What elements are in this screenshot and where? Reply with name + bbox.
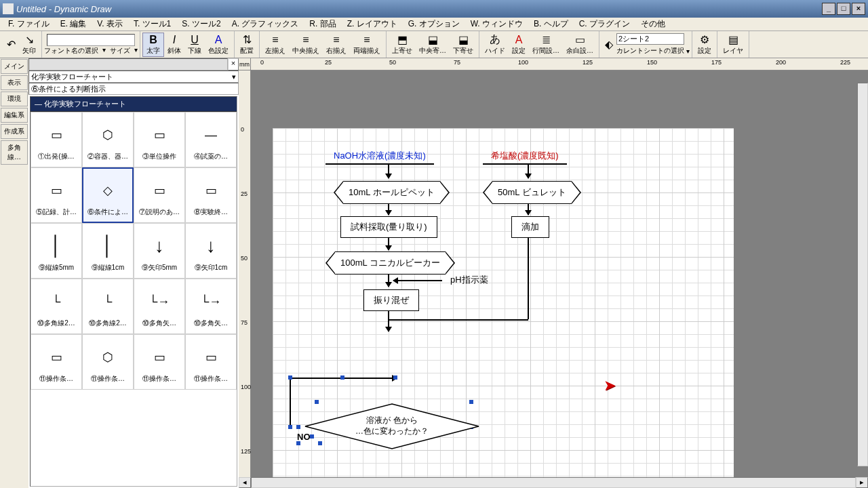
bold-button[interactable]: B太字 — [142, 33, 164, 57]
align-right-button[interactable]: ≡右揃え — [323, 33, 350, 57]
menu-graphics[interactable]: A. グラフィックス — [226, 17, 304, 31]
shape-palette-item[interactable]: ⬡②容器、器… — [82, 112, 134, 167]
shape-palette-item[interactable]: —④試薬の… — [185, 112, 237, 167]
diamond-decision[interactable]: 溶液が 色から…色に変わったか？ — [304, 403, 480, 450]
line-spacing-button[interactable]: ≣行間設… — [529, 33, 563, 57]
hex-burette[interactable]: 50mL ビュレット — [483, 181, 581, 204]
selection-handle[interactable] — [393, 375, 397, 380]
title-bar: Untitled - Dynamic Draw _ □ × — [0, 0, 868, 18]
char-button[interactable]: あハイド — [481, 33, 509, 57]
tab-edit[interactable]: 編集系 — [1, 108, 28, 123]
shape-palette-item[interactable]: ▭⑦説明のあ… — [134, 167, 185, 223]
shape-palette-item[interactable]: ▭⑪操作条… — [134, 334, 185, 390]
horizontal-scrollbar[interactable]: ◂ ▸ — [239, 477, 868, 488]
shape-palette-item[interactable]: ▭⑧実験終… — [185, 167, 237, 223]
font-name-select[interactable] — [47, 34, 135, 46]
hex-beaker[interactable]: 100mL コニカルビーカー — [326, 251, 455, 274]
menu-options[interactable]: G. オプション — [403, 17, 465, 31]
shape-palette-item[interactable]: ↓⑨矢印5mm — [134, 223, 185, 279]
shape-palette-item[interactable]: └⑩多角線2… — [82, 279, 134, 334]
canvas-area: mm 0255075100125150175200225 02550751001… — [239, 58, 868, 488]
menu-tool2[interactable]: S. ツール2 — [176, 17, 226, 31]
align-both-button[interactable]: ≡両端揃え — [350, 33, 384, 57]
hex-pipette[interactable]: 10mL ホールピペット — [334, 181, 450, 204]
tab-env[interactable]: 環境 — [1, 92, 28, 106]
title-hcl[interactable]: 希塩酸(濃度既知) — [483, 148, 567, 165]
shape-palette-item[interactable]: ▭③単位操作 — [134, 112, 185, 167]
maximize-button[interactable]: □ — [837, 3, 850, 15]
line — [388, 319, 528, 321]
menu-window[interactable]: W. ウィンドウ — [465, 17, 528, 31]
layer-button[interactable]: ▤レイヤ — [719, 33, 747, 57]
sheet-settings-button[interactable]: ⚙設定 — [694, 33, 715, 57]
sheet-prev-button[interactable]: ⬖ — [601, 33, 616, 57]
menu-view[interactable]: V. 表示 — [92, 17, 128, 31]
shape-palette-item[interactable]: ⬡⑪操作条… — [82, 334, 134, 390]
box-sample[interactable]: 試料採取(量り取り) — [340, 216, 437, 238]
valign-top-button[interactable]: ⬒上寄せ — [389, 33, 416, 57]
arrow-icon — [388, 163, 389, 178]
font-settings-button[interactable]: A設定 — [509, 33, 529, 57]
tab-main[interactable]: メイン — [1, 59, 28, 74]
title-naoh[interactable]: NaOH水溶液(濃度未知) — [326, 148, 434, 165]
sheet-name-input[interactable]: 2シート2 — [616, 33, 684, 45]
shape-palette-item[interactable]: └→⑩多角矢… — [185, 279, 237, 334]
polyline-segment — [290, 378, 291, 428]
label-no[interactable]: NO — [297, 432, 311, 442]
tool-undo[interactable]: ↶ — [3, 33, 19, 57]
box-mix[interactable]: 振り混ぜ — [363, 289, 419, 311]
shape-palette-item[interactable]: │⑨縦線1cm — [82, 223, 134, 279]
box-drop[interactable]: 滴加 — [511, 216, 549, 238]
align-center-button[interactable]: ≡中央揃え — [289, 33, 323, 57]
tool-arrow[interactable]: ↘矢印 — [19, 33, 39, 57]
label-indicator[interactable]: pH指示薬 — [450, 274, 488, 286]
horizontal-ruler: 0255075100125150175200225 — [251, 58, 868, 70]
shape-palette-item[interactable]: │⑨縦線5mm — [31, 223, 82, 279]
menu-file[interactable]: F. ファイル — [3, 17, 55, 31]
menu-parts[interactable]: R. 部品 — [304, 17, 341, 31]
selection-handle[interactable] — [340, 375, 344, 380]
shape-palette-item[interactable]: ↓⑨矢印1cm — [185, 223, 237, 279]
align-left-button[interactable]: ≡左揃え — [262, 33, 289, 57]
close-button[interactable]: × — [852, 3, 865, 15]
close-panel-button[interactable]: × — [228, 58, 239, 70]
tab-display[interactable]: 表示 — [1, 75, 28, 90]
menu-layout[interactable]: Z. レイアウト — [342, 17, 403, 31]
menu-edit[interactable]: E. 編集 — [55, 17, 92, 31]
selection-handle[interactable] — [288, 425, 292, 429]
shape-palette-item[interactable]: ◇⑥条件によ… — [82, 167, 134, 223]
shape-palette-item[interactable]: ▭⑪操作条… — [185, 334, 237, 390]
shape-palette-item[interactable]: └⑩多角線2… — [31, 279, 82, 334]
subtemplate-label: ⑥条件による判断指示 — [28, 83, 239, 95]
underline-button[interactable]: U下線 — [184, 33, 205, 57]
shape-palette-item[interactable]: └→⑩多角矢… — [134, 279, 185, 334]
selection-handle[interactable] — [288, 375, 292, 380]
zoom-slider[interactable] — [28, 58, 228, 70]
page[interactable]: NaOH水溶液(濃度未知) 希塩酸(濃度既知) 10mL ホールピペット 50m… — [273, 128, 734, 477]
valign-bot-button[interactable]: ⬓下寄せ — [450, 33, 477, 57]
menu-help[interactable]: B. ヘルプ — [528, 17, 574, 31]
italic-button[interactable]: I斜体 — [164, 33, 184, 57]
left-tabs: メイン 表示 環境 編集系 作成系 多角線… — [0, 58, 28, 488]
orient-button[interactable]: ⇅配置 — [237, 33, 257, 57]
arrow-icon — [388, 238, 389, 250]
valign-mid-button[interactable]: ⬓中央寄… — [416, 33, 450, 57]
shape-palette-header[interactable]: — 化学実験フローチャート — [31, 97, 237, 112]
menu-tool1[interactable]: T. ツール1 — [128, 17, 176, 31]
tab-create[interactable]: 作成系 — [1, 124, 28, 139]
canvas[interactable]: NaOH水溶液(濃度未知) 希塩酸(濃度既知) 10mL ホールピペット 50m… — [251, 70, 868, 477]
minimize-button[interactable]: _ — [822, 3, 835, 15]
color-button[interactable]: A色設定 — [205, 33, 232, 57]
menu-plugin[interactable]: C. プラグイン — [574, 17, 635, 31]
shape-palette-item[interactable]: ▭⑤記録、計… — [31, 167, 82, 223]
shape-palette-item[interactable]: ▭①出発(操… — [31, 112, 82, 167]
template-select[interactable]: 化学実験フローチャート▾ — [28, 70, 239, 83]
vertical-scrollbar[interactable] — [857, 83, 868, 466]
shape-palette-item[interactable]: ▭⑪操作条… — [31, 334, 82, 390]
margin-button[interactable]: ▭余白設… — [563, 33, 597, 57]
selection-handle[interactable] — [296, 425, 300, 429]
line — [528, 238, 529, 319]
tab-poly[interactable]: 多角線… — [1, 140, 28, 165]
menu-other[interactable]: その他 — [635, 17, 671, 31]
arrow-icon — [388, 204, 389, 215]
